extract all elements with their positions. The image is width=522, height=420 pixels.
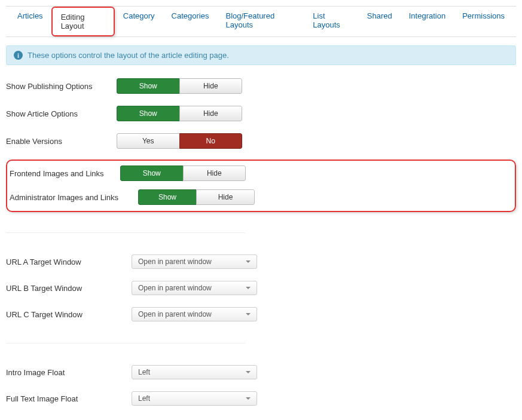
divider xyxy=(6,343,245,344)
tab-blog-featured[interactable]: Blog/Featured Layouts xyxy=(217,7,304,36)
tabbar: Articles Editing Layout Category Categor… xyxy=(6,6,516,37)
row-frontend-images: Frontend Images and Links Show Hide xyxy=(10,164,512,182)
toggle-admin-images: Show Hide xyxy=(138,189,255,205)
btn-show-publishing-hide[interactable]: Hide xyxy=(179,78,243,94)
row-admin-images: Administrator Images and Links Show Hide xyxy=(10,188,512,206)
select-url-a[interactable]: Open in parent window xyxy=(132,255,257,269)
toggle-show-article: Show Hide xyxy=(117,106,242,121)
select-url-c[interactable]: Open in parent window xyxy=(132,307,257,321)
info-text: These options control the layout of the … xyxy=(28,51,229,60)
row-url-a: URL A Target Window Open in parent windo… xyxy=(6,253,516,270)
btn-frontend-show[interactable]: Show xyxy=(120,165,183,181)
info-alert: i These options control the layout of th… xyxy=(6,45,516,65)
toggle-enable-versions: Yes No xyxy=(117,133,242,149)
tab-list-layouts[interactable]: List Layouts xyxy=(304,7,359,36)
btn-versions-yes[interactable]: Yes xyxy=(117,133,179,149)
select-intro-float[interactable]: Left xyxy=(132,365,257,379)
tab-shared[interactable]: Shared xyxy=(359,7,401,36)
label-enable-versions: Enable Versions xyxy=(6,137,117,146)
label-url-c: URL C Target Window xyxy=(6,310,132,319)
row-enable-versions: Enable Versions Yes No xyxy=(6,132,516,150)
highlight-box: Frontend Images and Links Show Hide Admi… xyxy=(6,160,516,212)
select-url-b[interactable]: Open in parent window xyxy=(132,281,257,295)
btn-admin-hide[interactable]: Hide xyxy=(196,189,255,205)
tab-permissions[interactable]: Permissions xyxy=(454,7,513,36)
label-full-float: Full Text Image Float xyxy=(6,394,132,403)
row-intro-float: Intro Image Float Left xyxy=(6,364,516,381)
toggle-frontend-images: Show Hide xyxy=(120,165,246,181)
btn-show-article-hide[interactable]: Hide xyxy=(179,106,243,121)
tab-category[interactable]: Category xyxy=(115,7,163,36)
label-intro-float: Intro Image Float xyxy=(6,368,132,377)
btn-admin-show[interactable]: Show xyxy=(138,189,196,205)
row-url-c: URL C Target Window Open in parent windo… xyxy=(6,306,516,323)
label-show-publishing: Show Publishing Options xyxy=(6,82,117,91)
btn-versions-no[interactable]: No xyxy=(179,133,243,149)
row-show-publishing: Show Publishing Options Show Hide xyxy=(6,77,516,95)
toggle-show-publishing: Show Hide xyxy=(117,78,242,94)
tab-articles[interactable]: Articles xyxy=(9,7,51,36)
btn-show-article-show[interactable]: Show xyxy=(117,106,179,121)
select-full-float[interactable]: Left xyxy=(132,391,257,406)
btn-show-publishing-show[interactable]: Show xyxy=(117,78,179,94)
label-frontend-images: Frontend Images and Links xyxy=(10,169,120,178)
tab-categories[interactable]: Categories xyxy=(163,7,218,36)
tab-editing-layout[interactable]: Editing Layout xyxy=(51,7,115,36)
label-url-b: URL B Target Window xyxy=(6,284,132,293)
divider xyxy=(6,232,245,233)
label-admin-images: Administrator Images and Links xyxy=(10,193,138,202)
row-url-b: URL B Target Window Open in parent windo… xyxy=(6,280,516,296)
row-show-article: Show Article Options Show Hide xyxy=(6,105,516,122)
row-full-float: Full Text Image Float Left xyxy=(6,390,516,407)
label-url-a: URL A Target Window xyxy=(6,257,132,266)
btn-frontend-hide[interactable]: Hide xyxy=(183,165,246,181)
tab-integration[interactable]: Integration xyxy=(401,7,454,36)
label-show-article: Show Article Options xyxy=(6,109,117,118)
info-icon: i xyxy=(14,51,23,60)
